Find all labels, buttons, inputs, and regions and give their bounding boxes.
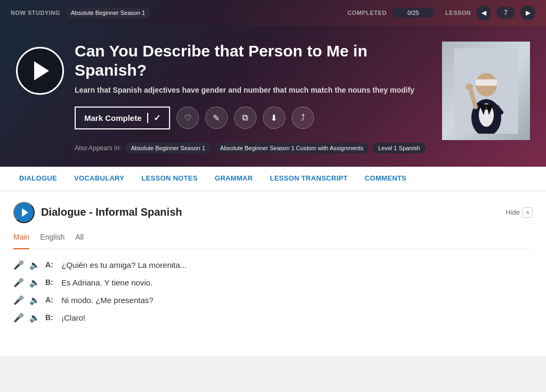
dialogue-text-4: ¡Claro! — [61, 313, 85, 322]
hero-title: Can You Describe that Person to Me in Sp… — [75, 42, 431, 80]
sub-tab-english[interactable]: English — [40, 233, 65, 244]
download-icon: ⬇ — [270, 113, 277, 123]
season-badge: Absolute Beginner Season 1 — [66, 7, 150, 18]
progress-text: 0/25 — [407, 10, 419, 16]
tab-lesson-notes[interactable]: LESSON NOTES — [133, 167, 206, 191]
hide-button[interactable]: Hide ∧ — [505, 207, 533, 218]
svg-rect-4 — [476, 79, 497, 86]
play-button-large[interactable] — [16, 47, 64, 95]
hero-subtitle: Learn that Spanish adjectives have gende… — [75, 85, 431, 96]
speaker-a-2: A: — [45, 296, 56, 304]
share-button[interactable]: ⤴ — [292, 107, 314, 129]
hide-label: Hide — [505, 208, 520, 216]
mark-complete-label: Mark Complete — [84, 113, 147, 123]
share-icon: ⤴ — [301, 113, 305, 123]
dialogue-lines: 🎤 🔈 A: ¿Quién es tu amiga? La morenita..… — [13, 260, 533, 323]
dialogue-line: 🎤 🔈 B: Es Adriana. Y tiene novio. — [13, 277, 533, 288]
speaker-icon-3[interactable]: 🔈 — [29, 295, 40, 305]
dialogue-title: Dialogue - Informal Spanish — [41, 206, 499, 218]
dialogue-line: 🎤 🔈 B: ¡Claro! — [13, 313, 533, 323]
download-button[interactable]: ⬇ — [263, 107, 285, 129]
tab-comments[interactable]: COMMENTS — [356, 167, 415, 191]
speaker-icon-4[interactable]: 🔈 — [29, 313, 40, 323]
mic-icon-4[interactable]: 🎤 — [13, 313, 24, 323]
now-studying-label: NOW STUDYING — [11, 10, 60, 16]
top-bar: NOW STUDYING Absolute Beginner Season 1 … — [0, 0, 546, 26]
mic-icon-1[interactable]: 🎤 — [13, 260, 24, 270]
play-small-icon — [22, 208, 28, 217]
tab-lesson-transcript[interactable]: LESSON TRANSCRIPT — [261, 167, 356, 191]
copy-icon: ⧉ — [242, 113, 248, 123]
speaker-a-1: A: — [45, 260, 56, 269]
hero-content: Can You Describe that Person to Me in Sp… — [75, 42, 431, 153]
sub-tabs: Main English All — [13, 233, 533, 249]
lesson-number: 7 — [496, 7, 515, 19]
actions-row: Mark Complete ✓ ♡ ✎ ⧉ ⬇ ⤴ — [75, 107, 431, 129]
copy-button[interactable]: ⧉ — [234, 107, 256, 129]
tag-badge-2[interactable]: Absolute Beginner Season 1 Custom with A… — [215, 143, 368, 153]
heart-icon: ♡ — [184, 113, 191, 123]
dialogue-line: 🎤 🔈 A: ¿Quién es tu amiga? La morenita..… — [13, 260, 533, 270]
tag-badge-1[interactable]: Absolute Beginner Season 1 — [125, 143, 210, 153]
content-area: Dialogue - Informal Spanish Hide ∧ Main … — [0, 191, 546, 356]
dialogue-line: 🎤 🔈 A: Ni modo. ¿Me presentas? — [13, 295, 533, 305]
tab-grammar[interactable]: GRAMMAR — [206, 167, 261, 191]
dialogue-text-1: ¿Quién es tu amiga? La morenita... — [61, 260, 187, 270]
also-appears-label: Also Appears In: — [75, 144, 121, 152]
progress-bar: 0/25 — [392, 8, 435, 18]
dialogue-header: Dialogue - Informal Spanish Hide ∧ — [13, 202, 533, 223]
play-icon — [34, 61, 49, 80]
tab-dialogue[interactable]: DIALOGUE — [11, 167, 66, 191]
chevron-up-icon: ∧ — [522, 207, 533, 218]
favorite-button[interactable]: ♡ — [176, 107, 199, 129]
dialogue-text-2: Es Adriana. Y tiene novio. — [61, 278, 152, 287]
mark-complete-button[interactable]: Mark Complete ✓ — [75, 107, 170, 129]
next-lesson-button[interactable]: ▶ — [520, 5, 535, 20]
edit-button[interactable]: ✎ — [205, 107, 228, 129]
mic-icon-2[interactable]: 🎤 — [13, 277, 24, 288]
dialogue-text-3: Ni modo. ¿Me presentas? — [61, 296, 154, 305]
sub-tab-main[interactable]: Main — [13, 233, 29, 249]
sub-tab-all[interactable]: All — [75, 233, 84, 244]
checkmark-icon: ✓ — [147, 113, 160, 123]
hero-image — [442, 42, 530, 140]
speaker-b-2: B: — [45, 313, 56, 322]
speaker-icon-2[interactable]: 🔈 — [29, 277, 40, 288]
also-appears-section: Also Appears In: Absolute Beginner Seaso… — [75, 143, 431, 153]
play-button-small[interactable] — [13, 202, 35, 223]
edit-icon: ✎ — [213, 113, 220, 123]
mic-icon-3[interactable]: 🎤 — [13, 295, 24, 305]
svg-point-6 — [465, 84, 473, 90]
speaker-icon-1[interactable]: 🔈 — [29, 260, 40, 270]
tab-vocabulary[interactable]: VOCABULARY — [66, 167, 133, 191]
tabs-bar: DIALOGUE VOCABULARY LESSON NOTES GRAMMAR… — [0, 167, 546, 191]
lesson-label: LESSON — [445, 10, 471, 16]
prev-lesson-button[interactable]: ◀ — [476, 5, 491, 20]
speaker-b-1: B: — [45, 278, 56, 287]
hero-section: Can You Describe that Person to Me in Sp… — [0, 26, 546, 167]
person-illustration — [454, 48, 518, 134]
completed-label: COMPLETED — [348, 10, 387, 16]
tag-badge-3[interactable]: Level 1 Spanish — [373, 143, 425, 153]
